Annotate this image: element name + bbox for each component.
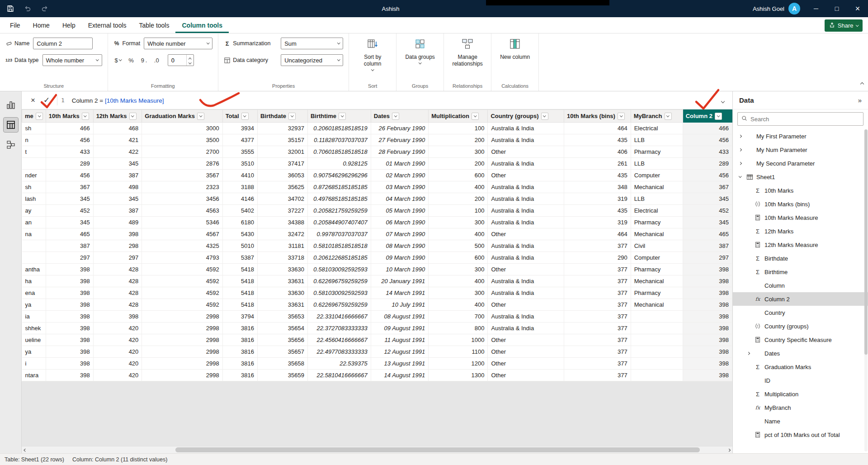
field-item-12th-marks-measure[interactable]: 12th Marks Measure	[733, 238, 868, 251]
cell-me[interactable]: sh	[22, 123, 46, 134]
cell-total[interactable]: 4410	[222, 170, 257, 181]
tab-table-tools[interactable]: Table tools	[133, 18, 176, 33]
cell-birthdate[interactable]: 37227	[257, 205, 307, 217]
cell-multiplication[interactable]: 600	[429, 170, 488, 181]
chevron-right-icon[interactable]	[737, 149, 743, 151]
cell-10th-marks[interactable]: 456	[46, 134, 93, 146]
cell-dates[interactable]: 08 March 1990	[371, 240, 429, 252]
sort-by-column-button[interactable]: Sort by column	[352, 36, 393, 81]
cell-graduation-marks[interactable]: 3567	[142, 170, 222, 181]
cell-total[interactable]: 5402	[222, 205, 257, 217]
cell-graduation-marks[interactable]: 2876	[142, 158, 222, 170]
cell-mybranch[interactable]: Electrical	[631, 123, 683, 134]
cell-multiplication[interactable]: 400	[429, 275, 488, 287]
field-item-my-second-parameter[interactable]: My Second Parameter	[733, 157, 868, 170]
cell-birthtime[interactable]: 0.497685185185185	[307, 193, 371, 205]
cell-country-groups[interactable]: Australia & India	[488, 275, 564, 287]
cell-mybranch[interactable]: Computer	[631, 252, 683, 264]
commit-formula-button[interactable]: ✓	[40, 94, 53, 107]
model-view-icon[interactable]	[4, 138, 18, 152]
cell-me[interactable]	[22, 252, 46, 264]
cell-dates[interactable]: 14 August 1991	[371, 370, 429, 381]
cell-total[interactable]: 6180	[222, 217, 257, 228]
cell-birthtime[interactable]: 0.706018518518518	[307, 146, 371, 158]
cell-dates[interactable]: 14 March 1991	[371, 287, 429, 299]
cell-dates[interactable]: 26 February 1990	[371, 123, 429, 134]
cell-mybranch[interactable]	[631, 334, 683, 346]
cell-multiplication[interactable]: 400	[429, 181, 488, 193]
cell-total[interactable]: 5010	[222, 240, 257, 252]
cell-graduation-marks[interactable]: 5346	[142, 217, 222, 228]
field-item-country-groups[interactable]: Country (groups)	[733, 319, 868, 333]
cell-12th-marks[interactable]: 297	[93, 252, 142, 264]
cell-graduation-marks[interactable]: 2998	[142, 358, 222, 370]
field-item-sheet1[interactable]: Sheet1	[733, 170, 868, 184]
cell-me[interactable]: nder	[22, 170, 46, 181]
cell-birthtime[interactable]: 0.581030092592593	[307, 264, 371, 275]
column-header-me[interactable]: me	[22, 110, 46, 123]
cell-country-groups[interactable]: Other	[488, 170, 564, 181]
cell-12th-marks[interactable]: 420	[93, 346, 142, 358]
cell-graduation-marks[interactable]: 2323	[142, 181, 222, 193]
field-item-10th-marks-bins[interactable]: 10th Marks (bins)	[733, 197, 868, 211]
column-header-graduation-marks[interactable]: Graduation Marks	[142, 110, 222, 123]
cell-birthtime[interactable]: 0.118287037037037	[307, 134, 371, 146]
cell-dates[interactable]: 20 January 1991	[371, 275, 429, 287]
column-header-country-groups[interactable]: Country (groups)	[488, 110, 564, 123]
cell-country-groups[interactable]: Australia & India	[488, 240, 564, 252]
data-groups-button[interactable]: Data groups	[399, 36, 441, 81]
column-header-multiplication[interactable]: Multiplication	[429, 110, 488, 123]
currency-format-button[interactable]: $	[113, 56, 123, 65]
decimal-places-icon[interactable]: .0	[153, 56, 160, 65]
cell-birthtime[interactable]: 22.5810416666667	[307, 370, 371, 381]
cell-column-2[interactable]: 398	[683, 275, 732, 287]
field-item-birthtime[interactable]: ΣBirthtime	[733, 265, 868, 279]
cell-me[interactable]: lash	[22, 193, 46, 205]
cell-dates[interactable]: 06 March 1990	[371, 217, 429, 228]
cell-10th-marks-bins[interactable]: 377	[564, 287, 631, 299]
cell-column-2[interactable]: 345	[683, 217, 732, 228]
column-header-10th-marks[interactable]: 10th Marks	[46, 110, 93, 123]
cell-mybranch[interactable]: Pharmacy	[631, 217, 683, 228]
cell-column-2[interactable]: 398	[683, 323, 732, 334]
new-column-button[interactable]: New column	[494, 36, 536, 81]
cell-column-2[interactable]: 297	[683, 252, 732, 264]
cell-10th-marks-bins[interactable]: 377	[564, 358, 631, 370]
cell-12th-marks[interactable]: 345	[93, 158, 142, 170]
cell-graduation-marks[interactable]: 4563	[142, 205, 222, 217]
cell-birthdate[interactable]: 32001	[257, 146, 307, 158]
cell-12th-marks[interactable]: 428	[93, 287, 142, 299]
cell-birthdate[interactable]: 35653	[257, 311, 307, 323]
cell-country-groups[interactable]: Other	[488, 299, 564, 311]
cell-column-2[interactable]: 398	[683, 334, 732, 346]
cell-column-2[interactable]: 456	[683, 170, 732, 181]
cell-dates[interactable]: 03 March 1990	[371, 181, 429, 193]
cell-birthtime[interactable]: 0.581018518518518	[307, 240, 371, 252]
cell-graduation-marks[interactable]: 4793	[142, 252, 222, 264]
cell-birthdate[interactable]: 34702	[257, 193, 307, 205]
cell-mybranch[interactable]: Computer	[631, 170, 683, 181]
cell-country-groups[interactable]: Australia & India	[488, 252, 564, 264]
column-header-mybranch[interactable]: MyBranch	[631, 110, 683, 123]
cell-10th-marks[interactable]: 398	[46, 346, 93, 358]
cell-me[interactable]	[22, 240, 46, 252]
cell-multiplication[interactable]: 800	[429, 323, 488, 334]
cell-country-groups[interactable]: Australia & India	[488, 311, 564, 323]
cell-12th-marks[interactable]: 422	[93, 146, 142, 158]
cell-dates[interactable]: 09 March 1990	[371, 252, 429, 264]
field-item-12th-marks[interactable]: Σ12th Marks	[733, 224, 868, 238]
cell-12th-marks[interactable]: 387	[93, 170, 142, 181]
cell-10th-marks-bins[interactable]: 261	[564, 158, 631, 170]
pane-scrollbar[interactable]	[864, 129, 868, 451]
cell-column-2[interactable]: 398	[683, 264, 732, 275]
cell-multiplication[interactable]: 400	[429, 228, 488, 240]
cell-10th-marks[interactable]: 398	[46, 287, 93, 299]
cell-birthtime[interactable]: 0.622696759259259	[307, 299, 371, 311]
cell-10th-marks[interactable]: 465	[46, 228, 93, 240]
cell-10th-marks[interactable]: 398	[46, 299, 93, 311]
cell-mybranch[interactable]	[631, 311, 683, 323]
cell-10th-marks[interactable]: 398	[46, 370, 93, 381]
cell-10th-marks[interactable]: 456	[46, 170, 93, 181]
cell-me[interactable]: t	[22, 146, 46, 158]
cell-country-groups[interactable]: Other	[488, 358, 564, 370]
